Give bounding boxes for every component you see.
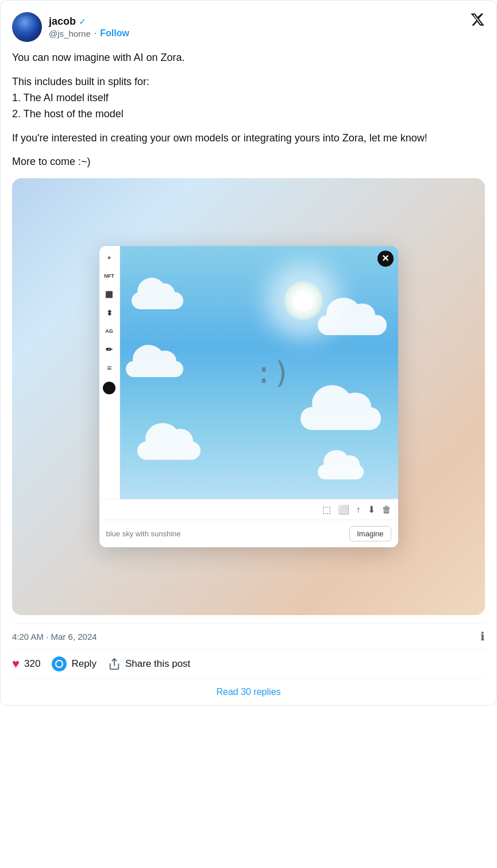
zora-sidebar: + NFT ⬛ ⬍ AG ✏ ≡ — [99, 246, 120, 499]
cloud3 — [126, 361, 183, 377]
zora-toolbar: ⬚ ⬜ ↑ ⬇ 🗑 — [99, 499, 398, 520]
avatar[interactable] — [12, 12, 42, 42]
tool-nft[interactable]: NFT — [102, 269, 116, 283]
reply-bubble-inner — [55, 660, 63, 668]
share-action[interactable]: Share this post — [108, 658, 190, 670]
dot-separator: · — [94, 28, 97, 39]
reply-bubble-icon — [52, 656, 67, 671]
close-button[interactable] — [470, 12, 485, 29]
verified-icon: ✓ — [79, 16, 86, 27]
cloud1 — [132, 292, 183, 309]
tweet-card: jacob ✓ @js_horne · Follow You can now i… — [0, 0, 497, 706]
timestamp: 4:20 AM · Mar 6, 2024 — [12, 632, 97, 642]
read-replies-section: Read 30 replies — [12, 678, 485, 705]
zora-image-area: :) ✕ — [120, 246, 398, 499]
tweet-header: jacob ✓ @js_horne · Follow — [12, 12, 485, 42]
share-icon — [108, 658, 121, 670]
toolbar-icon-3[interactable]: ↑ — [356, 505, 361, 515]
reply-label: Reply — [71, 658, 96, 670]
read-replies-button[interactable]: Read 30 replies — [216, 687, 280, 697]
tweet-line2: This includes built in splits for: — [12, 76, 149, 87]
tweet-line5: If you're interested in creating your ow… — [12, 130, 485, 147]
tweet-line3: 1. The AI model itself — [12, 92, 109, 103]
toolbar-icon-5[interactable]: 🗑 — [382, 505, 391, 515]
share-label: Share this post — [125, 658, 190, 670]
handle: @js_horne — [49, 29, 91, 39]
actions-row: ♥ 320 Reply Share this post — [12, 649, 485, 678]
tweet-line6: More to come :~) — [12, 154, 485, 170]
tool-pen[interactable]: ✏ — [102, 343, 116, 356]
like-action[interactable]: ♥ 320 — [12, 656, 40, 671]
like-count: 320 — [24, 658, 40, 670]
user-info-section: jacob ✓ @js_horne · Follow — [12, 12, 129, 42]
follow-button[interactable]: Follow — [100, 28, 129, 39]
cloud5 — [137, 441, 201, 460]
toolbar-icon-4[interactable]: ⬇ — [368, 504, 375, 515]
cloud6 — [318, 464, 364, 479]
name-row: jacob ✓ — [49, 16, 129, 28]
zora-ui-mockup: + NFT ⬛ ⬍ AG ✏ ≡ — [99, 246, 398, 547]
user-details: jacob ✓ @js_horne · Follow — [49, 16, 129, 39]
tool-image[interactable]: ⬛ — [102, 287, 116, 301]
zora-canvas: + NFT ⬛ ⬍ AG ✏ ≡ — [99, 246, 398, 499]
tool-color[interactable] — [103, 382, 115, 394]
cloud2 — [318, 315, 387, 335]
tool-plus[interactable]: + — [102, 251, 116, 264]
info-icon[interactable]: ℹ — [480, 629, 485, 643]
toolbar-icon-2[interactable]: ⬜ — [338, 504, 349, 515]
sun — [283, 281, 323, 321]
username: jacob — [49, 16, 76, 28]
canvas-close-button[interactable]: ✕ — [377, 251, 394, 267]
tweet-line4: 2. The host of the model — [12, 108, 124, 120]
tweet-line1: You can now imagine with AI on Zora. — [12, 50, 485, 66]
timestamp-row: 4:20 AM · Mar 6, 2024 ℹ — [12, 623, 485, 649]
sky-image: :) — [120, 246, 398, 499]
handle-row: @js_horne · Follow — [49, 28, 129, 39]
imagine-button[interactable]: Imagine — [349, 526, 391, 541]
reply-action[interactable]: Reply — [52, 656, 96, 671]
heart-icon: ♥ — [12, 656, 20, 671]
tweet-body: You can now imagine with AI on Zora. Thi… — [12, 50, 485, 170]
x-icon — [470, 12, 485, 27]
cloud4 — [300, 407, 381, 430]
media-container: + NFT ⬛ ⬍ AG ✏ ≡ — [12, 178, 485, 615]
toolbar-icon-1[interactable]: ⬚ — [322, 504, 331, 515]
tool-menu[interactable]: ≡ — [102, 361, 116, 375]
smiley-face: :) — [255, 355, 291, 390]
tool-text[interactable]: ⬍ — [102, 306, 116, 320]
tool-ag[interactable]: AG — [102, 324, 116, 338]
prompt-text[interactable]: blue sky with sunshine — [106, 529, 344, 538]
zora-bottom-bar: blue sky with sunshine Imagine — [99, 520, 398, 547]
tweet-lines234: This includes built in splits for: 1. Th… — [12, 74, 485, 122]
